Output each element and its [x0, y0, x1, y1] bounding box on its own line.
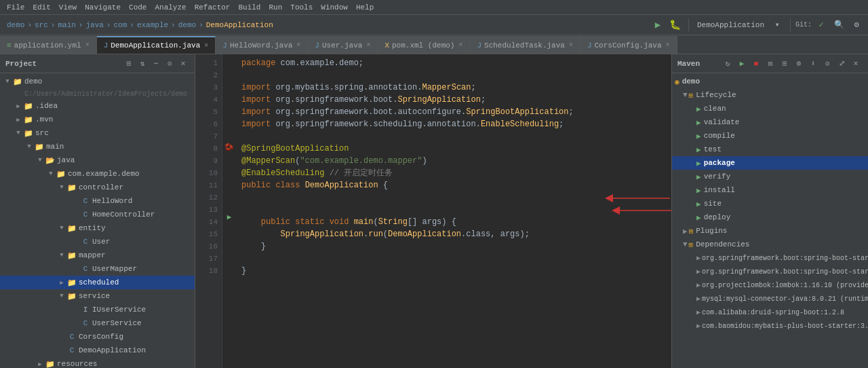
maven-item-plugins[interactable]: ▶ ⊞ Plugins — [672, 224, 868, 238]
arrow-scheduled[interactable]: ▶ — [57, 278, 66, 287]
tab-close-yml[interactable]: × — [85, 41, 90, 49]
gutter-bean-icon[interactable]: 🫘 — [224, 143, 235, 151]
project-settings-icon[interactable]: ⊞ — [123, 58, 135, 70]
maven-skip-btn[interactable]: ⊗ — [792, 57, 806, 71]
tab-close-sched[interactable]: × — [569, 41, 573, 49]
maven-item-dep-druid[interactable]: ▶ com.alibaba:druid-spring-boot:1.2.8 — [672, 306, 868, 319]
tree-item-entity[interactable]: ▼ 📁 entity — [0, 221, 195, 235]
search-everywhere[interactable]: 🔍 — [831, 18, 846, 33]
maven-plugins-arrow[interactable]: ▶ — [683, 227, 688, 236]
maven-item-lifecycle[interactable]: ▼ ⊞ Lifecycle — [672, 88, 868, 102]
tree-item-controller[interactable]: ▼ 📁 controller — [0, 181, 195, 194]
breadcrumb-class[interactable]: DemoApplication — [206, 21, 273, 29]
maven-item-compile[interactable]: ▶ compile — [672, 129, 868, 143]
tree-item-helloword[interactable]: ▶ C HelloWord — [0, 194, 195, 208]
maven-item-test[interactable]: ▶ test — [672, 143, 868, 156]
project-sort-icon[interactable]: ⇅ — [136, 58, 149, 70]
maven-stop-btn[interactable]: ■ — [749, 57, 763, 71]
maven-item-deploy[interactable]: ▶ deploy — [672, 210, 868, 224]
maven-deps-arrow[interactable]: ▼ — [683, 240, 688, 249]
tree-item-idea[interactable]: ▶ 📁 .idea — [0, 99, 195, 113]
tab-demo-application[interactable]: J DemoApplication.java × — [97, 36, 216, 54]
maven-item-site[interactable]: ▶ site — [672, 197, 868, 210]
tree-item-iuserservice[interactable]: ▶ I IUserService — [0, 303, 195, 316]
tree-item-demo-root[interactable]: ▼ 📁 demo — [0, 75, 195, 88]
maven-close-btn[interactable]: × — [849, 57, 863, 71]
maven-toggle-btn[interactable]: ⊞ — [778, 57, 791, 71]
menu-code[interactable]: Code — [125, 2, 151, 13]
menu-view[interactable]: View — [55, 2, 81, 13]
tree-item-src[interactable]: ▼ 📁 src — [0, 126, 195, 140]
arrow-demo[interactable]: ▼ — [3, 77, 12, 86]
tree-item-corsconfig[interactable]: ▶ C CorsConfig — [0, 330, 195, 344]
settings-btn[interactable]: ⚙ — [849, 18, 864, 33]
maven-item-dep-web[interactable]: ▶ org.springframework.boot:spring-boot-s… — [672, 251, 868, 265]
maven-item-package[interactable]: ▶ package — [672, 156, 868, 170]
breadcrumb-main[interactable]: main — [58, 21, 75, 29]
arrow-mvn[interactable]: ▶ — [14, 115, 23, 124]
menu-edit[interactable]: Edit — [28, 2, 54, 13]
arrow-resources[interactable]: ▶ — [35, 359, 45, 368]
tree-item-demoapplication[interactable]: ▶ C DemoApplication — [0, 344, 195, 357]
tree-item-mvn[interactable]: ▶ 📁 .mvn — [0, 113, 195, 126]
tree-item-homecontroller[interactable]: ▶ C HomeController — [0, 208, 195, 221]
project-gear-icon[interactable]: ⚙ — [163, 58, 176, 70]
maven-lifecycle-arrow[interactable]: ▼ — [683, 91, 688, 99]
tab-close-hello[interactable]: × — [296, 41, 300, 49]
maven-item-dependencies[interactable]: ▼ ⊞ Dependencies — [672, 238, 868, 251]
maven-download-btn[interactable]: ⬇ — [806, 57, 820, 71]
arrow-idea[interactable]: ▶ — [14, 101, 23, 111]
breadcrumb-java[interactable]: java — [85, 21, 103, 29]
maven-refresh-btn[interactable]: ↻ — [721, 57, 734, 71]
maven-item-verify[interactable]: ▶ verify — [672, 170, 868, 183]
tab-close-pom[interactable]: × — [458, 41, 462, 49]
maven-dep-arrow-mysql[interactable]: ▶ — [696, 295, 701, 303]
arrow-java[interactable]: ▼ — [35, 155, 45, 165]
tree-item-user[interactable]: ▶ C User — [0, 235, 195, 249]
menu-window[interactable]: Window — [317, 2, 352, 13]
menu-navigate[interactable]: Navigate — [81, 2, 125, 13]
breadcrumb-com[interactable]: com — [113, 21, 127, 29]
tree-item-java[interactable]: ▼ 📂 java — [0, 153, 195, 167]
tree-item-service[interactable]: ▼ 📁 service — [0, 289, 195, 303]
arrow-controller[interactable]: ▼ — [57, 183, 66, 192]
maven-item-dep-lombok[interactable]: ▶ org.projectlombok:lombok:1.16.10 (prov… — [672, 278, 868, 292]
menu-tools[interactable]: Tools — [286, 2, 317, 13]
tree-item-resources[interactable]: ▶ 📁 resources — [0, 357, 195, 368]
maven-expand-btn[interactable]: ⤢ — [835, 57, 848, 71]
breadcrumb-demo2[interactable]: demo — [178, 21, 196, 29]
maven-dep-arrow-druid[interactable]: ▶ — [696, 308, 701, 316]
tree-item-userservice[interactable]: ▶ C UserService — [0, 316, 195, 330]
run-config-arrow[interactable]: ▾ — [770, 18, 785, 33]
tree-item-scheduled[interactable]: ▶ 📁 scheduled — [0, 276, 195, 289]
breadcrumb-demo[interactable]: demo — [7, 21, 24, 29]
maven-item-clean[interactable]: ▶ clean — [672, 102, 868, 115]
maven-settings-btn[interactable]: ⚙ — [821, 57, 834, 71]
menu-build[interactable]: Build — [234, 2, 264, 13]
maven-dep-arrow-mybatis[interactable]: ▶ — [696, 322, 701, 330]
maven-item-dep-mybatis[interactable]: ▶ com.baomidou:mybatis-plus-boot-starter… — [672, 319, 868, 333]
maven-item-demo[interactable]: ◉ demo — [672, 75, 868, 88]
tab-application-yml[interactable]: ≡ application.yml × — [0, 36, 97, 54]
gutter-run-icon[interactable]: ▶ — [224, 213, 235, 221]
tab-user[interactable]: J User.java × — [308, 36, 378, 54]
maven-item-dep-mysql[interactable]: ▶ mysql:mysql-connector-java:8.0.21 (run… — [672, 292, 868, 306]
arrow-package[interactable]: ▼ — [46, 169, 56, 179]
menu-refactor[interactable]: Refactor — [191, 2, 235, 13]
git-check[interactable]: ✓ — [814, 18, 829, 33]
maven-item-dep-test[interactable]: ▶ org.springframework.boot:spring-boot-s… — [672, 265, 868, 278]
menu-help[interactable]: Help — [352, 2, 378, 13]
menu-run[interactable]: Run — [264, 2, 286, 13]
tab-helloword[interactable]: J HelloWord.java × — [216, 36, 308, 54]
arrow-src[interactable]: ▼ — [14, 128, 23, 138]
debug-button[interactable]: 🐛 — [668, 18, 683, 33]
git-icon[interactable]: Git: — [796, 18, 811, 33]
breadcrumb-src[interactable]: src — [35, 21, 48, 29]
maven-execute-btn[interactable]: m — [764, 57, 777, 71]
tab-close-demo[interactable]: × — [204, 42, 208, 50]
maven-run-btn[interactable]: ▶ — [735, 57, 749, 71]
arrow-mapper[interactable]: ▼ — [57, 251, 66, 260]
menu-analyze[interactable]: Analyze — [151, 2, 190, 13]
maven-item-validate[interactable]: ▶ validate — [672, 115, 868, 129]
tree-item-package[interactable]: ▼ 📁 com.example.demo — [0, 167, 195, 181]
